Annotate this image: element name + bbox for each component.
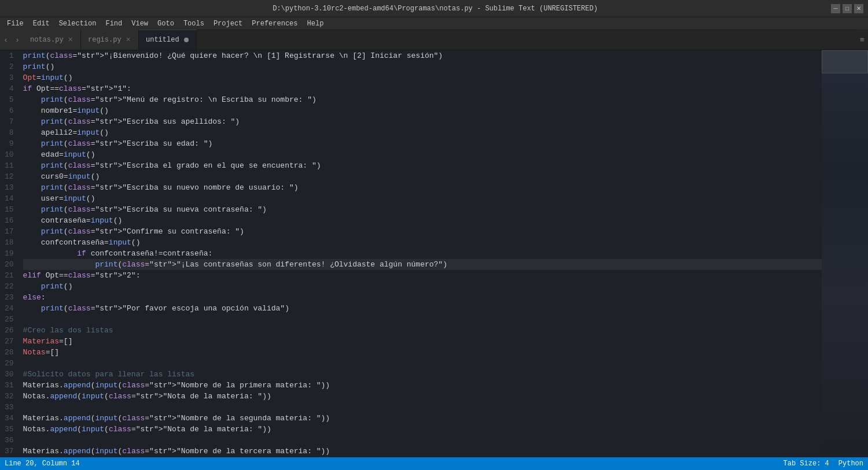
menu-item-project[interactable]: Project [209,18,247,29]
tab-untitled[interactable]: untitled [139,29,197,50]
status-left: Line 20, Column 14 [5,460,80,468]
tab-regis-close[interactable]: × [126,36,131,44]
status-language[interactable]: Python [838,460,863,468]
minimap [822,50,868,457]
line-number-13: 13 [5,182,14,193]
maximize-button[interactable]: □ [843,4,852,13]
line-number-1: 1 [5,50,14,61]
code-line-33[interactable] [23,402,822,413]
code-line-21[interactable]: elif Opt==class="str">"2": [23,270,822,281]
code-line-36[interactable] [23,435,822,446]
code-line-9[interactable]: print(class="str">"Escriba su edad: ") [23,138,822,149]
code-line-1[interactable]: print(class="str">"¡Bienvenido! ¿Qué qui… [23,50,822,61]
code-line-7[interactable]: print(class="str">"Escriba sus apellidos… [23,116,822,127]
window-title: D:\python-3.10rc2-embed-amd64\Programas\… [39,5,831,13]
code-line-20[interactable]: print(class="str">"¡Las contraseñas son … [23,259,822,270]
line-number-34: 34 [5,413,14,424]
code-line-27[interactable]: Materias=[] [23,336,822,347]
code-line-25[interactable] [23,314,822,325]
close-button[interactable]: ✕ [854,4,863,13]
code-line-26[interactable]: #Creo las dos listas [23,325,822,336]
menu-item-selection[interactable]: Selection [54,18,101,29]
code-line-2[interactable]: print() [23,61,822,72]
line-number-16: 16 [5,215,14,226]
line-number-20: 20 [5,259,14,270]
code-line-12[interactable]: curs0=input() [23,171,822,182]
code-line-31[interactable]: Materias.append(input(class="str">"Nombr… [23,380,822,391]
line-number-33: 33 [5,402,14,413]
menu-item-goto[interactable]: Goto [153,18,179,29]
line-number-21: 21 [5,270,14,281]
line-number-9: 9 [5,138,14,149]
line-number-23: 23 [5,292,14,303]
line-number-29: 29 [5,358,14,369]
line-number-14: 14 [5,193,14,204]
tab-overflow-button[interactable]: ≡ [856,29,868,50]
line-number-11: 11 [5,160,14,171]
status-tab-size[interactable]: Tab Size: 4 [784,460,829,468]
tab-regis-label: regis.py [88,36,122,44]
line-number-6: 6 [5,105,14,116]
line-number-3: 3 [5,72,14,83]
tab-prev-button[interactable]: ‹ [0,29,12,50]
code-line-19[interactable]: if confcontraseña!=contraseña: [23,248,822,259]
tab-next-button[interactable]: › [12,29,23,50]
menu-item-view[interactable]: View [127,18,153,29]
line-number-32: 32 [5,391,14,402]
code-line-35[interactable]: Notas.append(input(class="str">"Nota de … [23,424,822,435]
code-line-17[interactable]: print(class="str">"Confirme su contraseñ… [23,226,822,237]
line-number-35: 35 [5,424,14,435]
line-number-15: 15 [5,204,14,215]
code-line-22[interactable]: print() [23,281,822,292]
code-line-16[interactable]: contraseña=input() [23,215,822,226]
code-line-13[interactable]: print(class="str">"Escriba su nuevo nomb… [23,182,822,193]
code-area[interactable]: print(class="str">"¡Bienvenido! ¿Qué qui… [21,50,822,457]
line-number-37: 37 [5,446,14,457]
code-line-18[interactable]: confcontraseña=input() [23,237,822,248]
window-controls[interactable]: ─ □ ✕ [831,4,863,13]
code-line-8[interactable]: apelli2=input() [23,127,822,138]
line-number-19: 19 [5,248,14,259]
code-line-4[interactable]: if Opt==class="str">"1": [23,83,822,94]
menu-item-find[interactable]: Find [101,18,127,29]
code-line-29[interactable] [23,358,822,369]
code-line-24[interactable]: print(class="str">"Por favor escoja una … [23,303,822,314]
code-line-34[interactable]: Materias.append(input(class="str">"Nombr… [23,413,822,424]
line-number-5: 5 [5,94,14,105]
menu-item-preferences[interactable]: Preferences [247,18,302,29]
tab-notas[interactable]: notas.py × [23,29,81,50]
line-number-18: 18 [5,237,14,248]
code-line-3[interactable]: Opt=input() [23,72,822,83]
line-number-24: 24 [5,303,14,314]
code-line-5[interactable]: print(class="str">"Menú de registro: \n … [23,94,822,105]
line-number-31: 31 [5,380,14,391]
menu-item-edit[interactable]: Edit [28,18,54,29]
line-number-12: 12 [5,171,14,182]
tab-notas-label: notas.py [30,36,64,44]
code-line-32[interactable]: Notas.append(input(class="str">"Nota de … [23,391,822,402]
code-line-23[interactable]: else: [23,292,822,303]
status-position[interactable]: Line 20, Column 14 [5,460,80,468]
minimap-content [822,50,868,457]
line-number-28: 28 [5,347,14,358]
menu-item-file[interactable]: File [2,18,28,29]
tab-notas-close[interactable]: × [68,36,73,44]
line-numbers: 1234567891011121314151617181920212223242… [0,50,21,457]
code-line-30[interactable]: #Solicito datos para llenar las listas [23,369,822,380]
line-number-22: 22 [5,281,14,292]
line-number-7: 7 [5,116,14,127]
code-line-37[interactable]: Materias.append(input(class="str">"Nombr… [23,446,822,457]
menu-item-help[interactable]: Help [303,18,329,29]
minimap-viewport[interactable] [822,50,868,73]
menu-item-tools[interactable]: Tools [179,18,209,29]
tabs-bar: ‹ › notas.py × regis.py × untitled ≡ [0,30,868,50]
code-line-10[interactable]: edad=input() [23,149,822,160]
line-number-36: 36 [5,435,14,446]
code-line-15[interactable]: print(class="str">"Escriba su nueva cont… [23,204,822,215]
code-line-6[interactable]: nombre1=input() [23,105,822,116]
code-line-28[interactable]: Notas=[] [23,347,822,358]
tab-regis[interactable]: regis.py × [81,29,139,50]
code-line-14[interactable]: user=input() [23,193,822,204]
minimize-button[interactable]: ─ [831,4,840,13]
code-line-11[interactable]: print(class="str">"Escriba el grado en e… [23,160,822,171]
